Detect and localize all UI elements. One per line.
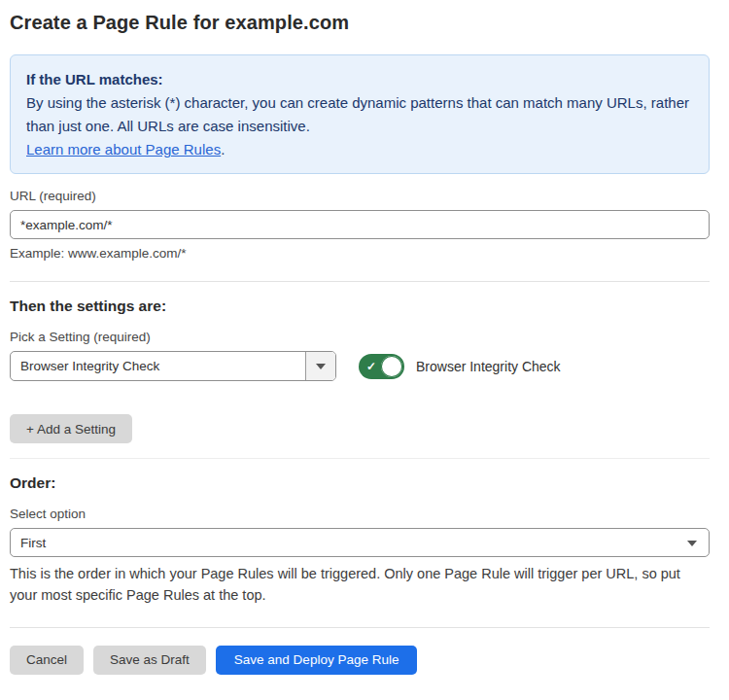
save-deploy-button[interactable]: Save and Deploy Page Rule: [216, 646, 418, 675]
order-select[interactable]: First: [10, 528, 710, 557]
create-page-rule-panel: Create a Page Rule for example.com If th…: [0, 0, 729, 675]
page-title: Create a Page Rule for example.com: [10, 12, 710, 34]
setting-select[interactable]: Browser Integrity Check: [10, 351, 336, 381]
chevron-down-icon: [316, 364, 326, 369]
setting-row: Browser Integrity Check ✓ Browser Integr…: [10, 351, 710, 381]
order-select-value: First: [11, 536, 709, 550]
url-input[interactable]: [10, 210, 710, 239]
chevron-down-icon: [687, 541, 697, 546]
section-divider: [10, 281, 710, 282]
order-section-heading: Order:: [10, 474, 710, 492]
pick-setting-label: Pick a Setting (required): [10, 330, 710, 344]
link-suffix-text: .: [221, 141, 225, 158]
learn-more-link[interactable]: Learn more about Page Rules: [26, 141, 221, 158]
info-box-body: By using the asterisk (*) character, you…: [26, 91, 693, 138]
url-example-helper: Example: www.example.com/*: [10, 246, 710, 261]
toggle-knob: [381, 356, 402, 377]
settings-section-heading: Then the settings are:: [10, 298, 710, 315]
add-setting-button[interactable]: + Add a Setting: [10, 414, 132, 443]
cancel-button[interactable]: Cancel: [10, 646, 84, 675]
footer-actions: Cancel Save as Draft Save and Deploy Pag…: [10, 646, 710, 675]
order-select-label: Select option: [10, 507, 710, 521]
check-icon: ✓: [366, 359, 376, 374]
section-divider: [10, 458, 710, 459]
save-draft-button[interactable]: Save as Draft: [93, 646, 206, 675]
info-box-heading: If the URL matches:: [26, 68, 693, 91]
browser-integrity-toggle[interactable]: ✓: [359, 354, 404, 379]
info-box-link-line: Learn more about Page Rules.: [26, 138, 693, 161]
order-helper-text: This is the order in which your Page Rul…: [10, 564, 710, 607]
setting-select-arrow-button[interactable]: [305, 352, 335, 380]
url-match-info-box: If the URL matches: By using the asteris…: [10, 54, 710, 174]
footer-divider: [10, 627, 710, 628]
toggle-label: Browser Integrity Check: [416, 359, 561, 374]
url-label: URL (required): [10, 189, 710, 203]
setting-select-value: Browser Integrity Check: [11, 359, 305, 373]
